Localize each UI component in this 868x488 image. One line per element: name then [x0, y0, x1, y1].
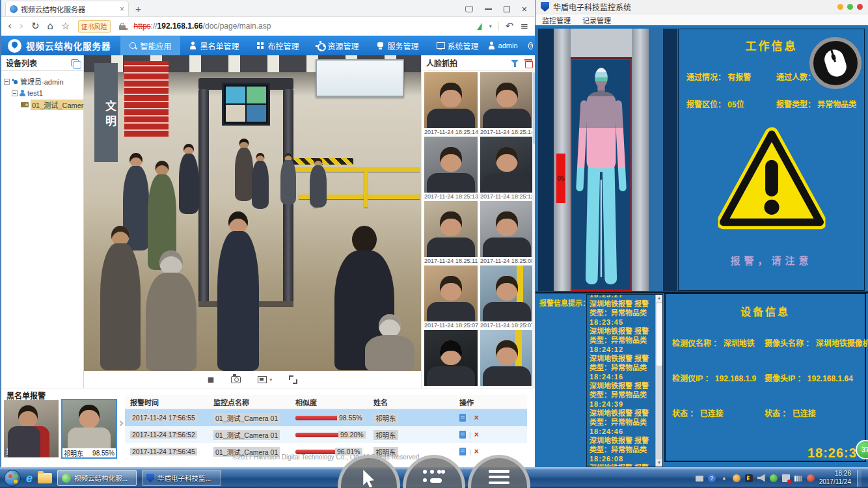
- help-icon: ?: [528, 42, 534, 49]
- menu-bars-icon: [489, 470, 509, 484]
- face-thumbnail: [424, 201, 478, 257]
- url-text[interactable]: https://192.168.1.66/doc/page/main.asp: [134, 21, 271, 31]
- monitor-logo-icon: [541, 2, 549, 12]
- face-capture-item[interactable]: 2017-11-24 18:25:06: [480, 330, 534, 394]
- nav-item-resource[interactable]: 资源管理: [308, 36, 368, 55]
- menu-record-mgmt[interactable]: 记录管理: [582, 15, 611, 25]
- minimize-button[interactable]: [485, 8, 492, 10]
- taskbar-button-monitor[interactable]: 华盾电子科技监...: [142, 470, 221, 486]
- app-logo-icon: [8, 39, 21, 53]
- expand-chevron-icon[interactable]: ›: [118, 414, 124, 431]
- certificate-risk-badge[interactable]: 证书风险: [78, 20, 111, 33]
- nav-item-blacklist[interactable]: 黑名单管理: [180, 36, 248, 55]
- filter-icon[interactable]: [511, 59, 519, 67]
- nav-item-control[interactable]: 布控管理: [248, 36, 308, 55]
- alarm-message-list[interactable]: 18:23:27深圳地铁报警 报警类型：异常物品类 18:23:45深圳地铁报警…: [586, 294, 663, 467]
- tray-keyboard-icon[interactable]: [696, 476, 703, 481]
- forward-icon[interactable]: ›: [20, 21, 23, 31]
- snapshot-icon[interactable]: [231, 376, 241, 383]
- face-capture-item[interactable]: 2017-11-24 18:25:07: [480, 265, 534, 330]
- scroll-up-icon[interactable]: ▲: [656, 295, 662, 302]
- delete-row-icon[interactable]: ×: [474, 431, 479, 439]
- layout-dropdown-icon[interactable]: ▾: [269, 377, 272, 383]
- face-capture-item[interactable]: 2017-11-24 18:25:12: [480, 137, 534, 201]
- tree-expander-icon[interactable]: [4, 79, 10, 85]
- similarity-value: 98.55%: [337, 414, 364, 422]
- ie-taskbar-icon[interactable]: e: [26, 470, 33, 487]
- scroll-thumb[interactable]: [657, 303, 662, 366]
- delete-row-icon[interactable]: ×: [474, 414, 479, 422]
- window-minimize-dot[interactable]: [837, 4, 843, 10]
- camera-status-value: 已连接: [793, 409, 816, 418]
- browser-tab[interactable]: 视频云结构化服务器 ×: [5, 1, 129, 16]
- new-tab-button[interactable]: +: [135, 3, 141, 14]
- home-icon[interactable]: ⌂: [47, 21, 54, 31]
- tray-clock[interactable]: 18:26 2017/11/24: [819, 470, 851, 486]
- face-capture-item[interactable]: 2017-11-24 18:25:11: [424, 201, 478, 265]
- face-capture-item[interactable]: 2017-11-24 18:25:07: [424, 265, 478, 330]
- tray-expand-icon[interactable]: ▴: [720, 474, 728, 482]
- maximize-button[interactable]: [504, 7, 510, 12]
- tray-network-icon[interactable]: [782, 474, 790, 482]
- window-maximize-dot[interactable]: [847, 4, 853, 10]
- back-icon[interactable]: ‹: [8, 21, 12, 31]
- face-thumbnail: [480, 201, 534, 257]
- scroll-down-icon[interactable]: ▼: [656, 459, 662, 467]
- person-figure: [217, 211, 259, 371]
- tray-volume-icon[interactable]: [757, 474, 765, 482]
- tree-refresh-icon[interactable]: [71, 59, 79, 66]
- tray-mute-icon[interactable]: [807, 474, 815, 482]
- start-button[interactable]: [4, 470, 21, 487]
- nav-item-smart-app[interactable]: 智能应用: [120, 36, 180, 55]
- undo-icon[interactable]: ↶: [506, 21, 514, 31]
- live-video-feed[interactable]: 文明: [84, 55, 421, 371]
- alarm-list-scrollbar[interactable]: ▲ ▼: [655, 295, 662, 467]
- speed-dropdown-icon[interactable]: ▾: [489, 23, 492, 29]
- tray-app-icon[interactable]: [745, 474, 753, 482]
- tray-antivirus-icon[interactable]: [770, 474, 778, 482]
- camera-ip-label: 摄像头IP ：: [765, 374, 805, 383]
- face-capture-item[interactable]: 2017-11-24 18:25:14: [480, 72, 534, 137]
- tree-expander-icon[interactable]: [12, 90, 18, 96]
- tree-node-group[interactable]: test1: [4, 89, 81, 97]
- taskbar-button-browser[interactable]: 视频云结构化服...: [57, 470, 137, 486]
- nav-item-service[interactable]: 服务管理: [368, 36, 427, 55]
- alarm-entry: 18:24:39深圳地铁报警 报警类型：异常物品类: [590, 400, 655, 427]
- tree-node-root[interactable]: 管理员-admin: [4, 76, 81, 87]
- app-brand-name: 视频云结构化服务器: [26, 39, 111, 52]
- face-capture-item[interactable]: 2017-11-24 18:25:08: [480, 201, 534, 265]
- face-capture-item[interactable]: 2017-11-24 18:25:14: [424, 72, 478, 137]
- matched-photo[interactable]: 祁明东 98.55%: [61, 399, 117, 459]
- trash-icon[interactable]: [525, 59, 532, 67]
- detail-doc-icon[interactable]: [459, 431, 466, 439]
- nav-item-system[interactable]: 系统管理: [427, 36, 487, 55]
- table-row[interactable]: 2017-11-24 17:56:52 01_测试_Camera 01 99.2…: [125, 426, 527, 443]
- tree-node-camera[interactable]: 01_测试_Camera 0: [4, 100, 81, 110]
- tray-help-icon[interactable]: ?: [708, 474, 716, 482]
- fullscreen-icon[interactable]: [289, 375, 297, 384]
- explorer-taskbar-icon[interactable]: [38, 473, 52, 483]
- face-capture-item[interactable]: 2017-11-24 18:25:07: [424, 330, 478, 394]
- speed-mode-icon[interactable]: [477, 23, 484, 30]
- user-menu[interactable]: admin: [487, 42, 518, 50]
- refresh-icon[interactable]: ↻: [31, 21, 40, 31]
- menu-monitor-mgmt[interactable]: 监控管理: [542, 15, 571, 25]
- browser-skin-icon[interactable]: [465, 6, 473, 12]
- window-close-button[interactable]: ×: [522, 5, 527, 14]
- username: admin: [498, 42, 518, 49]
- tab-close-icon[interactable]: ×: [120, 5, 124, 13]
- grid-icon: [256, 42, 265, 50]
- face-capture-item[interactable]: 2017-11-24 18:25:13: [424, 137, 478, 201]
- browser-menu-icon[interactable]: ≡: [520, 21, 528, 31]
- address-bar: ‹ › ↻ ⌂ ☆ 证书风险 × https://192.168.1.66/do…: [1, 17, 535, 36]
- detail-doc-icon[interactable]: [459, 414, 466, 422]
- table-row[interactable]: 2017-11-24 17:56:55 01_测试_Camera 01 98.5…: [125, 409, 527, 426]
- layout-icon[interactable]: [258, 376, 267, 383]
- tray-signal-icon[interactable]: [794, 476, 802, 481]
- captured-photo[interactable]: 抓拍图像: [4, 400, 59, 457]
- stop-icon[interactable]: ■: [208, 376, 214, 383]
- bookmark-star-icon[interactable]: ☆: [61, 21, 70, 31]
- tray-clock-icon[interactable]: [733, 474, 740, 482]
- window-close-dot[interactable]: [857, 4, 863, 10]
- show-desktop-button[interactable]: [857, 470, 861, 487]
